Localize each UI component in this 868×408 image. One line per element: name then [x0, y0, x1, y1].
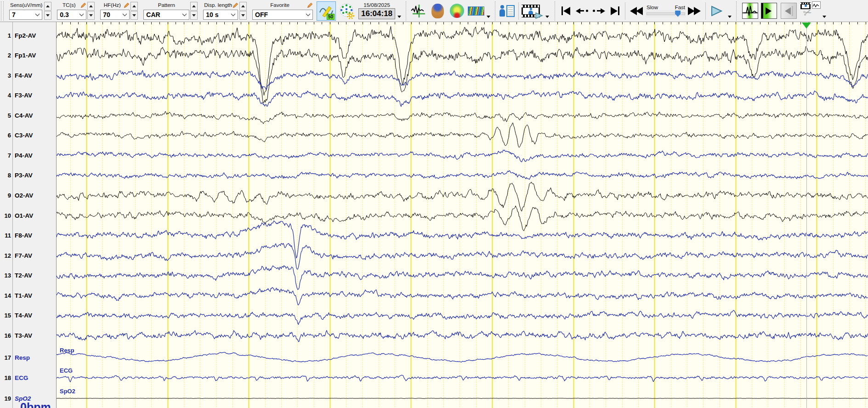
channel-row-t3-av[interactable]: 16T3-AV: [0, 331, 56, 340]
channel-row-t4-av[interactable]: 15T4-AV: [0, 311, 56, 320]
combo-tc[interactable]: 0.3: [57, 10, 86, 20]
rewind-button[interactable]: [630, 2, 643, 20]
datetime-display: 15/08/2025 16:04:18: [358, 2, 395, 19]
time-display[interactable]: 16:04:18: [358, 8, 395, 19]
channel-number: 15: [0, 312, 11, 319]
play-from-cursor-button[interactable]: [761, 3, 777, 19]
channel-number: 17: [0, 354, 11, 361]
channel-number: 10: [0, 212, 11, 219]
time-dropdown-arrow[interactable]: [397, 16, 401, 18]
event-marker[interactable]: [802, 23, 811, 28]
speed-slider: Slow Fast: [646, 5, 686, 17]
channel-number: 6: [0, 132, 11, 139]
channel-number: 2: [0, 52, 11, 59]
video-playback-button[interactable]: [522, 5, 540, 17]
channel-row-p3-av[interactable]: 8P3-AV: [0, 171, 56, 180]
green-play-icon: [766, 7, 772, 15]
pencil-edit-icon[interactable]: [124, 2, 130, 8]
combo-groups: Sens(uV/mm)7TC(s)0.3HF(Hz)70PatternCARDi…: [4, 2, 313, 20]
eeg-trace-canvas[interactable]: [57, 22, 868, 408]
spinner-up-pattern[interactable]: [190, 2, 198, 11]
channel-label: O2-AV: [15, 192, 33, 199]
channel-number: 9: [0, 192, 11, 199]
channel-row-f8-av[interactable]: 11F8-AV: [0, 231, 56, 240]
review-segment-button[interactable]: [742, 3, 758, 19]
video-play-icon: [535, 12, 543, 19]
patient-info-button[interactable]: [499, 2, 515, 20]
channel-row-o2-av[interactable]: 9O2-AV: [0, 191, 56, 200]
channel-row-f4-av[interactable]: 3F4-AV: [0, 71, 56, 80]
amplitude-map-button[interactable]: [410, 2, 426, 20]
channel-row-p4-av[interactable]: 7P4-AV: [0, 151, 56, 160]
pencil-edit-icon[interactable]: [307, 2, 313, 8]
spinner-down-hf[interactable]: [130, 11, 138, 20]
combo-sens[interactable]: 7: [9, 10, 42, 20]
spectrogram-icon: [468, 6, 484, 16]
amplitude-map-icon: [411, 4, 425, 18]
play-button[interactable]: [710, 2, 722, 20]
spinner-disp-length: [239, 2, 247, 20]
spinner-down-disp-length[interactable]: [239, 11, 247, 20]
step-back-button[interactable]: [576, 2, 588, 20]
channel-number: 5: [0, 112, 11, 119]
spinner-up-hf[interactable]: [130, 2, 138, 11]
pencil-edit-icon[interactable]: [233, 2, 238, 8]
channel-label: T3-AV: [15, 332, 32, 339]
channel-row-fp1-av[interactable]: 2Fp1-AV: [0, 51, 56, 60]
fast-forward-button[interactable]: [688, 2, 701, 20]
channel-row-t1-av[interactable]: 14T1-AV: [0, 291, 56, 300]
skip-to-end-button[interactable]: [611, 2, 619, 20]
combo-label-disp-length: Disp. length: [204, 2, 232, 8]
channel-row-f3-av[interactable]: 4F3-AV: [0, 91, 56, 100]
video-person-icon: [528, 11, 533, 14]
maps-dropdown-arrow[interactable]: [487, 16, 490, 18]
speed-slider-track[interactable]: [646, 10, 686, 17]
channel-row-o1-av[interactable]: 10O1-AV: [0, 211, 56, 220]
channel-row-ecg[interactable]: 18ECG: [0, 373, 56, 382]
spinner-up-disp-length[interactable]: [239, 2, 247, 11]
montage-settings-button[interactable]: [338, 2, 356, 20]
spinner-up-sens[interactable]: [44, 2, 51, 11]
combo-favorite[interactable]: OFF: [252, 10, 313, 20]
video-clip-button[interactable]: ✂: [800, 1, 821, 21]
channel-row-resp[interactable]: 17Resp: [0, 353, 56, 362]
channel-label: SpO2: [15, 395, 31, 402]
inline-signal-label-spo2: SpO2: [60, 388, 75, 395]
chevron-down-icon: [79, 13, 84, 17]
channel-row-f7-av[interactable]: 12F7-AV: [0, 251, 56, 260]
spectrogram-button[interactable]: [468, 2, 484, 20]
channel-label: T2-AV: [15, 272, 32, 279]
skip-to-start-button[interactable]: [562, 2, 570, 20]
inline-signal-label-resp: Resp: [60, 347, 74, 354]
combo-disp-length[interactable]: 10 s: [203, 10, 238, 20]
pencil-edit-icon[interactable]: [80, 2, 86, 8]
step-forward-button[interactable]: [593, 2, 605, 20]
channel-number: 3: [0, 72, 11, 79]
combo-hf[interactable]: 70: [100, 10, 130, 20]
channel-row-t2-av[interactable]: 13T2-AV: [0, 271, 56, 280]
spinner-down-sens[interactable]: [44, 11, 51, 20]
video-dropdown-arrow[interactable]: [545, 16, 549, 18]
spinner-down-pattern[interactable]: [190, 11, 198, 20]
spinner-up-tc[interactable]: [87, 2, 95, 11]
play-icon: [710, 6, 722, 17]
channel-row-c4-av[interactable]: 5C4-AV: [0, 111, 56, 120]
toolbar: Sens(uV/mm)7TC(s)0.3HF(Hz)70PatternCARDi…: [0, 0, 868, 22]
play-dropdown-arrow[interactable]: [728, 16, 732, 18]
head-3d-map-button[interactable]: [429, 2, 446, 20]
topo-map-button[interactable]: [448, 2, 465, 20]
clip-dropdown-arrow[interactable]: [823, 16, 826, 18]
channel-row-c3-av[interactable]: 6C3-AV: [0, 131, 56, 140]
previous-segment-button-disabled[interactable]: [781, 3, 797, 19]
spinner-sens: [44, 2, 51, 20]
notch-filter-button[interactable]: 50: [317, 1, 336, 21]
gray-back-icon: [785, 7, 791, 15]
speed-slider-thumb[interactable]: [675, 11, 681, 17]
channel-row-spo2[interactable]: 19SpO2: [0, 394, 56, 403]
channel-number: 8: [0, 172, 11, 179]
chevron-down-icon: [35, 13, 40, 17]
spinner-down-tc[interactable]: [87, 11, 95, 20]
channel-row-fp2-av[interactable]: 1Fp2-AV: [0, 31, 56, 40]
speed-fast-label: Fast: [675, 5, 685, 10]
combo-pattern[interactable]: CAR: [143, 10, 189, 20]
